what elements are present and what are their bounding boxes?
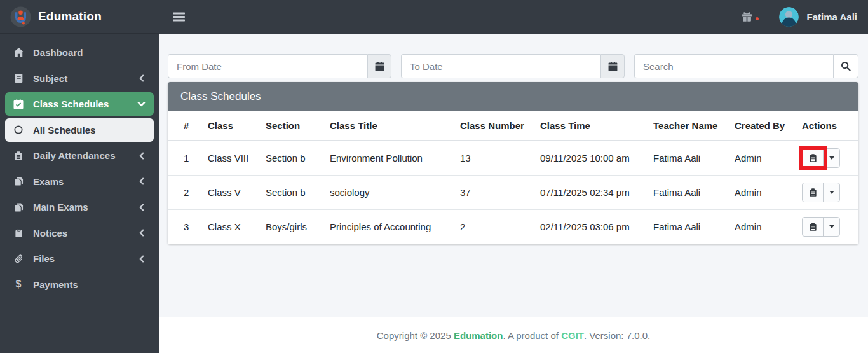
cell-teacher: Fatima Aali xyxy=(653,141,735,175)
user-avatar xyxy=(779,7,799,27)
main-column: Fatima Aali xyxy=(159,0,868,353)
chevron-left-icon xyxy=(138,152,146,160)
clipboard-list-icon xyxy=(12,151,25,161)
cell-teacher: Fatima Aali xyxy=(653,175,735,209)
table-body: 1Class VIIISection bEnvironment Pollutio… xyxy=(168,141,858,244)
copy-icon xyxy=(12,176,25,186)
calendar-check-icon xyxy=(12,99,25,109)
to-date-input[interactable] xyxy=(401,54,600,78)
clipboard-button-icon xyxy=(809,222,817,232)
cell-actions xyxy=(802,175,858,209)
cell-class: Class V xyxy=(208,175,266,209)
copyright-text: Copyright © 2025 xyxy=(377,330,454,341)
chevron-down-icon xyxy=(137,100,146,108)
caret-down-icon xyxy=(829,225,835,229)
cell-num: 1 xyxy=(168,141,208,175)
schedule-details-button[interactable] xyxy=(803,183,824,202)
page-content: Class Schedules #ClassSectionClass Title… xyxy=(159,34,868,317)
paperclip-icon xyxy=(12,254,25,264)
sidebar-item-daily-attendances[interactable]: Daily Attendances xyxy=(5,144,154,167)
notification-dot xyxy=(756,17,759,20)
sidebar-item-main-exams[interactable]: Main Exams xyxy=(5,195,154,219)
cell-class-number: 13 xyxy=(460,141,540,175)
column-header: Teacher Name xyxy=(653,111,735,141)
cell-class-time: 02/11/2025 03:06 pm xyxy=(540,209,653,244)
column-header: Class Number xyxy=(460,111,540,141)
cell-actions xyxy=(802,141,858,175)
chevron-left-icon xyxy=(138,204,146,211)
table-row: 1Class VIIISection bEnvironment Pollutio… xyxy=(168,141,858,175)
sidebar-item-notices[interactable]: Notices xyxy=(5,221,154,245)
sidebar-item-payments[interactable]: $Payments xyxy=(5,273,154,296)
schedule-details-button[interactable] xyxy=(803,218,824,236)
column-header: Class Title xyxy=(330,111,460,141)
actions-button-group xyxy=(802,148,840,168)
cell-class: Class VIII xyxy=(208,141,266,175)
to-date-calendar-button[interactable] xyxy=(600,54,625,78)
sidebar-item-exams[interactable]: Exams xyxy=(5,170,154,193)
top-navbar: Fatima Aali xyxy=(159,0,868,34)
column-header: Section xyxy=(266,111,330,141)
clipboard-icon xyxy=(12,228,25,238)
panel-title: Class Schedules xyxy=(168,82,858,111)
cell-title: sociology xyxy=(330,175,460,209)
user-name: Fatima Aali xyxy=(807,11,857,22)
sidebar-item-all-schedules[interactable]: All Schedules xyxy=(5,118,154,142)
table-header-row: #ClassSectionClass TitleClass NumberClas… xyxy=(168,111,858,141)
row-actions xyxy=(802,217,840,237)
actions-dropdown-toggle[interactable] xyxy=(824,183,839,202)
from-date-calendar-button[interactable] xyxy=(367,54,391,78)
sidebar: Edumation DashboardSubjectClass Schedule… xyxy=(0,0,159,353)
sidebar-nav: DashboardSubjectClass SchedulesAll Sched… xyxy=(0,34,159,353)
sidebar-item-files[interactable]: Files xyxy=(5,247,154,270)
actions-button-group xyxy=(802,183,840,202)
cell-created-by: Admin xyxy=(735,175,802,209)
caret-down-icon xyxy=(829,190,835,195)
navbar-right: Fatima Aali xyxy=(742,7,857,27)
cell-class-number: 37 xyxy=(460,175,540,209)
book-icon xyxy=(12,73,25,83)
search-icon xyxy=(841,61,851,71)
from-date-input[interactable] xyxy=(168,54,367,78)
column-header: # xyxy=(168,111,208,141)
actions-dropdown-toggle[interactable] xyxy=(824,149,839,167)
cell-created-by: Admin xyxy=(735,209,802,244)
search-input[interactable] xyxy=(634,54,833,78)
column-header: Created By xyxy=(735,111,802,141)
user-menu[interactable]: Fatima Aali xyxy=(779,7,857,27)
footer-version: . Version: 7.0.0. xyxy=(584,330,650,341)
from-date-group xyxy=(168,54,391,78)
actions-dropdown-toggle[interactable] xyxy=(824,218,839,236)
cell-num: 3 xyxy=(168,209,208,244)
chevron-left-icon xyxy=(138,255,146,263)
search-button[interactable] xyxy=(833,54,858,78)
sidebar-item-subject[interactable]: Subject xyxy=(5,67,154,90)
sidebar-item-class-schedules[interactable]: Class Schedules xyxy=(5,92,154,116)
table-row: 2Class VSection bsociology3707/11/2025 0… xyxy=(168,175,858,209)
filter-bar xyxy=(168,54,858,78)
cell-title: Principles of Accounting xyxy=(330,209,460,244)
cell-section: Section b xyxy=(266,141,330,175)
footer: Copyright © 2025 Edumation. A product of… xyxy=(159,317,868,353)
clipboard-button-icon xyxy=(809,188,817,197)
copy-icon xyxy=(12,202,25,212)
cell-title: Environment Pollution xyxy=(330,141,460,175)
home-icon xyxy=(12,47,25,58)
app-root: Edumation DashboardSubjectClass Schedule… xyxy=(0,0,868,353)
column-header: Actions xyxy=(802,111,858,141)
row-actions xyxy=(802,148,840,168)
clipboard-button-icon xyxy=(809,153,817,163)
dollar-icon: $ xyxy=(12,279,25,290)
caret-down-icon xyxy=(829,156,835,160)
gift-icon[interactable] xyxy=(742,11,752,22)
footer-product: CGIT xyxy=(561,330,584,341)
sidebar-item-dashboard[interactable]: Dashboard xyxy=(5,41,154,64)
menu-icon[interactable] xyxy=(173,12,185,22)
to-date-group xyxy=(401,54,625,78)
schedule-details-button[interactable] xyxy=(803,149,824,167)
brand[interactable]: Edumation xyxy=(0,0,159,34)
column-header: Class Time xyxy=(540,111,653,141)
cell-num: 2 xyxy=(168,175,208,209)
column-header: Class xyxy=(208,111,266,141)
brand-name: Edumation xyxy=(38,10,102,24)
